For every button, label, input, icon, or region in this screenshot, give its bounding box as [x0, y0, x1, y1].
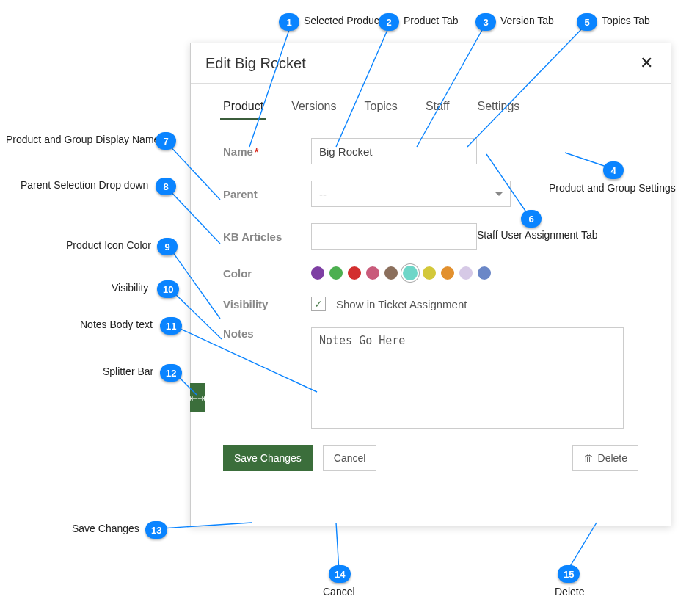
name-label: Name*: [223, 145, 311, 158]
chevron-down-icon: [495, 192, 503, 196]
splitter-icon: ⇤⇥: [189, 393, 205, 404]
dialog-title: Edit Big Rocket: [205, 55, 306, 72]
callout-label-9: Product Icon Color: [66, 239, 151, 251]
cancel-button[interactable]: Cancel: [323, 445, 377, 471]
color-swatch[interactable]: [478, 266, 491, 280]
callout-marker-10: 10: [157, 280, 179, 298]
color-swatch[interactable]: [423, 266, 436, 280]
callout-marker-9: 9: [157, 238, 178, 255]
visibility-checkbox[interactable]: ✓: [311, 297, 326, 311]
color-swatch[interactable]: [441, 266, 454, 280]
product-form: Name* Parent -- KB Articles Color Visibi…: [191, 120, 671, 429]
required-asterisk: *: [255, 145, 259, 158]
callout-label-3: Version Tab: [500, 15, 554, 26]
parent-selected-value: --: [319, 188, 327, 200]
callout-marker-5: 5: [577, 13, 597, 31]
close-icon[interactable]: ✕: [637, 54, 656, 73]
name-input[interactable]: [311, 138, 477, 164]
callout-marker-2: 2: [379, 13, 399, 31]
callout-marker-11: 11: [160, 317, 182, 335]
callout-marker-8: 8: [156, 178, 176, 195]
tab-staff[interactable]: Staff: [426, 100, 450, 120]
visibility-row: Visibility ✓ Show in Ticket Assignment: [223, 297, 638, 311]
notes-row: Notes: [223, 327, 638, 429]
callout-marker-3: 3: [475, 13, 496, 31]
callout-marker-15: 15: [558, 565, 580, 583]
callout-marker-6: 6: [521, 210, 542, 228]
action-bar: Save Changes Cancel 🗑 Delete: [191, 445, 671, 471]
visibility-label: Visibility: [223, 298, 311, 310]
callout-label-2: Product Tab: [404, 15, 458, 26]
tab-settings[interactable]: Settings: [478, 100, 520, 120]
color-row: Color: [223, 266, 638, 280]
callout-label-10: Visibility: [112, 282, 148, 294]
callout-label-12: Splitter Bar: [103, 366, 153, 377]
callout-label-5: Topics Tab: [602, 15, 650, 26]
name-row: Name*: [223, 138, 638, 164]
callout-marker-13: 13: [145, 521, 167, 539]
callout-label-13: Save Changes: [72, 523, 139, 534]
color-swatch-group: [311, 266, 491, 280]
callout-label-14: Cancel: [323, 586, 355, 597]
delete-label: Delete: [598, 452, 627, 464]
callout-label-6: Staff User Assignment Tab: [477, 229, 597, 241]
kb-input[interactable]: [311, 223, 477, 250]
splitter-handle[interactable]: ⇤⇥: [190, 383, 205, 412]
trash-icon: 🗑: [583, 452, 594, 464]
callout-label-4: Product and Group Settings: [549, 182, 676, 194]
tab-bar: Product Versions Topics Staff Settings: [191, 84, 671, 120]
tab-versions[interactable]: Versions: [291, 100, 336, 120]
parent-label: Parent: [223, 188, 311, 200]
color-swatch[interactable]: [311, 266, 324, 280]
callout-marker-7: 7: [156, 132, 176, 150]
svg-line-14: [567, 523, 597, 571]
color-swatch[interactable]: [459, 266, 473, 280]
notes-label: Notes: [223, 327, 311, 340]
tab-product[interactable]: Product: [223, 100, 263, 120]
parent-select[interactable]: --: [311, 181, 511, 207]
delete-button[interactable]: 🗑 Delete: [572, 445, 638, 471]
callout-label-8: Parent Selection Drop down: [21, 179, 148, 191]
color-label: Color: [223, 267, 311, 280]
tab-topics[interactable]: Topics: [365, 100, 398, 120]
callout-label-11: Notes Body text: [80, 319, 153, 330]
visibility-text: Show in Ticket Assignment: [336, 298, 467, 310]
callout-marker-14: 14: [329, 565, 351, 583]
callout-marker-12: 12: [160, 364, 182, 382]
color-swatch[interactable]: [366, 266, 379, 280]
save-button[interactable]: Save Changes: [223, 445, 313, 471]
callout-label-15: Delete: [555, 586, 584, 597]
color-swatch[interactable]: [384, 266, 398, 280]
edit-dialog: Edit Big Rocket ✕ Product Versions Topic…: [190, 43, 671, 526]
color-swatch[interactable]: [403, 266, 418, 280]
callout-label-7: Product and Group Display Name: [6, 134, 159, 145]
callout-marker-1: 1: [279, 13, 299, 31]
name-label-text: Name: [223, 145, 253, 158]
dialog-header: Edit Big Rocket ✕: [191, 43, 671, 84]
notes-textarea[interactable]: [311, 327, 624, 429]
color-swatch[interactable]: [329, 266, 343, 280]
callout-label-1: Selected Product: [304, 15, 382, 26]
svg-line-13: [336, 523, 339, 571]
kb-label: KB Articles: [223, 230, 311, 243]
color-swatch[interactable]: [348, 266, 361, 280]
callout-marker-4: 4: [603, 161, 624, 179]
